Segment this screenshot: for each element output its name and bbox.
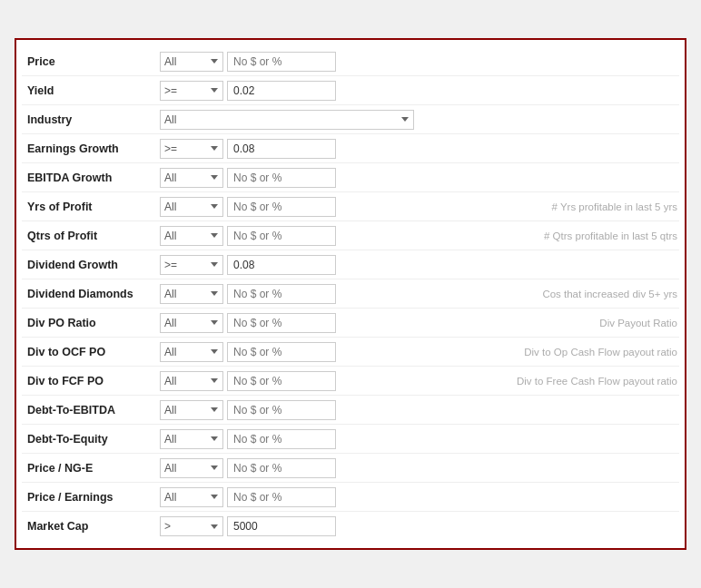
filter-operator-dividend-growth[interactable]: All>=<=><= <box>160 255 223 275</box>
filter-operator-market-cap[interactable]: All>=<=><= <box>160 516 223 536</box>
filter-container: PriceAll>=<=><=YieldAll>=<=><=IndustryAl… <box>15 38 686 550</box>
filter-label-market-cap: Market Cap <box>24 520 160 533</box>
filter-label-yrs-of-profit: Yrs of Profit <box>24 201 160 213</box>
filter-operator-price-earnings[interactable]: All>=<=><= <box>160 487 223 507</box>
filter-input-debt-to-ebitda[interactable] <box>227 400 336 420</box>
filter-controls-price-ng-e: All>=<=><= <box>160 458 677 478</box>
filter-controls-market-cap: All>=<=><= <box>160 516 677 536</box>
filter-label-debt-to-ebitda: Debt-To-EBITDA <box>24 404 160 416</box>
filter-label-price-earnings: Price / Earnings <box>24 491 160 504</box>
filter-controls-price-earnings: All>=<=><= <box>160 487 677 507</box>
filter-operator-qtrs-of-profit[interactable]: All>=<=><= <box>160 226 223 246</box>
filter-operator-yrs-of-profit[interactable]: All>=<=><= <box>160 197 223 217</box>
filter-row-qtrs-of-profit: Qtrs of ProfitAll>=<=><=# Qtrs profitabl… <box>22 221 679 250</box>
filter-controls-div-po-ratio: All>=<=><= <box>160 313 592 333</box>
filter-input-price-earnings[interactable] <box>227 487 336 507</box>
filter-label-div-to-ocf-po: Div to OCF PO <box>24 346 160 358</box>
filter-operator-debt-to-equity[interactable]: All>=<=><= <box>160 429 223 449</box>
filter-label-industry: Industry <box>24 113 160 126</box>
filter-row-debt-to-equity: Debt-To-EquityAll>=<=><= <box>22 425 679 454</box>
filter-controls-industry: All <box>160 110 677 130</box>
filter-controls-yrs-of-profit: All>=<=><= <box>160 197 545 217</box>
filter-note-qtrs-of-profit: # Qtrs profitable in last 5 qtrs <box>544 230 677 241</box>
filter-operator-div-to-ocf-po[interactable]: All>=<=><= <box>160 342 223 362</box>
filter-operator-earnings-growth[interactable]: All>=<=><= <box>160 139 223 159</box>
filter-operator-debt-to-ebitda[interactable]: All>=<=><= <box>160 400 223 420</box>
filter-note-div-po-ratio: Div Payout Ratio <box>599 318 677 328</box>
filter-input-yield[interactable] <box>227 81 336 101</box>
filter-controls-yield: All>=<=><= <box>160 81 677 101</box>
filter-input-qtrs-of-profit[interactable] <box>227 226 336 246</box>
filter-row-price-ng-e: Price / NG-EAll>=<=><= <box>22 454 679 483</box>
filter-label-yield: Yield <box>24 84 160 97</box>
filter-input-div-to-fcf-po[interactable] <box>227 371 336 391</box>
filter-input-ebitda-growth[interactable] <box>227 168 336 188</box>
filter-input-price[interactable] <box>227 52 336 72</box>
filter-controls-div-to-fcf-po: All>=<=><= <box>160 371 509 391</box>
filter-input-debt-to-equity[interactable] <box>227 429 336 449</box>
filter-controls-dividend-growth: All>=<=><= <box>160 255 677 275</box>
filter-operator-price-ng-e[interactable]: All>=<=><= <box>160 458 223 478</box>
filter-input-yrs-of-profit[interactable] <box>227 197 336 217</box>
filter-operator-ebitda-growth[interactable]: All>=<=><= <box>160 168 223 188</box>
filter-label-price: Price <box>24 55 160 68</box>
filter-note-div-to-ocf-po: Div to Op Cash Flow payout ratio <box>524 347 677 358</box>
filter-row-price: PriceAll>=<=><= <box>22 47 679 76</box>
filter-row-ebitda-growth: EBITDA GrowthAll>=<=><= <box>22 163 679 192</box>
filter-label-dividend-diamonds: Dividend Diamonds <box>24 288 160 300</box>
filter-row-dividend-diamonds: Dividend DiamondsAll>=<=><=Cos that incr… <box>22 279 679 309</box>
filter-label-div-po-ratio: Div PO Ratio <box>24 317 160 329</box>
filter-operator-div-to-fcf-po[interactable]: All>=<=><= <box>160 371 223 391</box>
filter-input-div-po-ratio[interactable] <box>227 313 336 333</box>
filter-row-div-to-fcf-po: Div to FCF POAll>=<=><=Div to Free Cash … <box>22 367 679 396</box>
filter-input-div-to-ocf-po[interactable] <box>227 342 336 362</box>
filter-input-market-cap[interactable] <box>227 516 336 536</box>
filter-row-industry: IndustryAll <box>22 105 679 134</box>
filter-controls-qtrs-of-profit: All>=<=><= <box>160 226 537 246</box>
filter-row-div-po-ratio: Div PO RatioAll>=<=><=Div Payout Ratio <box>22 309 679 338</box>
filter-label-price-ng-e: Price / NG-E <box>24 462 160 475</box>
filter-note-div-to-fcf-po: Div to Free Cash Flow payout ratio <box>517 376 677 387</box>
filter-label-div-to-fcf-po: Div to FCF PO <box>24 375 160 387</box>
filter-operator-div-po-ratio[interactable]: All>=<=><= <box>160 313 223 333</box>
filter-controls-price: All>=<=><= <box>160 52 677 72</box>
filter-controls-dividend-diamonds: All>=<=><= <box>160 284 535 304</box>
filter-row-debt-to-ebitda: Debt-To-EBITDAAll>=<=><= <box>22 396 679 425</box>
filter-row-dividend-growth: Dividend GrowthAll>=<=><= <box>22 250 679 279</box>
filter-input-earnings-growth[interactable] <box>227 139 336 159</box>
filter-operator-price[interactable]: All>=<=><= <box>160 52 223 72</box>
filter-row-yrs-of-profit: Yrs of ProfitAll>=<=><=# Yrs profitable … <box>22 192 679 221</box>
filter-input-price-ng-e[interactable] <box>227 458 336 478</box>
filter-note-yrs-of-profit: # Yrs profitable in last 5 yrs <box>552 201 678 212</box>
filter-label-ebitda-growth: EBITDA Growth <box>24 172 160 184</box>
filter-row-earnings-growth: Earnings GrowthAll>=<=><= <box>22 134 679 163</box>
filter-controls-div-to-ocf-po: All>=<=><= <box>160 342 517 362</box>
filter-wide-select-industry[interactable]: All <box>160 110 414 130</box>
filter-label-qtrs-of-profit: Qtrs of Profit <box>24 230 160 242</box>
filter-controls-debt-to-equity: All>=<=><= <box>160 429 677 449</box>
filter-row-yield: YieldAll>=<=><= <box>22 76 679 105</box>
filter-row-market-cap: Market CapAll>=<=><= <box>22 512 679 541</box>
filter-operator-yield[interactable]: All>=<=><= <box>160 81 223 101</box>
filter-input-dividend-growth[interactable] <box>227 255 336 275</box>
filter-label-dividend-growth: Dividend Growth <box>24 259 160 271</box>
filter-controls-ebitda-growth: All>=<=><= <box>160 168 677 188</box>
filter-row-div-to-ocf-po: Div to OCF POAll>=<=><=Div to Op Cash Fl… <box>22 338 679 367</box>
filter-input-dividend-diamonds[interactable] <box>227 284 336 304</box>
filter-operator-dividend-diamonds[interactable]: All>=<=><= <box>160 284 223 304</box>
filter-controls-debt-to-ebitda: All>=<=><= <box>160 400 677 420</box>
filter-label-debt-to-equity: Debt-To-Equity <box>24 433 160 446</box>
filter-note-dividend-diamonds: Cos that increased div 5+ yrs <box>542 289 677 299</box>
filter-label-earnings-growth: Earnings Growth <box>24 142 160 155</box>
filter-row-price-earnings: Price / EarningsAll>=<=><= <box>22 483 679 512</box>
filter-controls-earnings-growth: All>=<=><= <box>160 139 677 159</box>
